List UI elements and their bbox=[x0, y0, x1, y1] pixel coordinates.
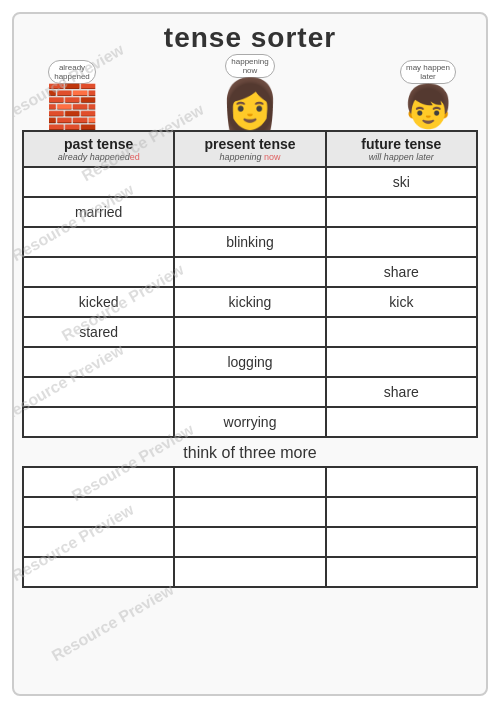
extra-cell-1-1 bbox=[174, 497, 325, 527]
cell-2-present: blinking bbox=[174, 227, 325, 257]
bottom-section: think of three more bbox=[22, 444, 478, 588]
extra-cell-2-0 bbox=[23, 527, 174, 557]
cell-7-past bbox=[23, 377, 174, 407]
cell-2-past bbox=[23, 227, 174, 257]
illustrations: already happened 🧱 happening now 👩 may h… bbox=[22, 58, 478, 128]
future-figure: 👦 bbox=[402, 86, 454, 128]
extra-cell-2-1 bbox=[174, 527, 325, 557]
page-title: tense sorter bbox=[22, 22, 478, 54]
future-bubble: may happen later bbox=[400, 60, 456, 84]
tense-table: past tense already happeneded present te… bbox=[22, 130, 478, 438]
extra-cell-0-0 bbox=[23, 467, 174, 497]
cell-7-present bbox=[174, 377, 325, 407]
cell-7-future: share bbox=[326, 377, 477, 407]
cell-6-future bbox=[326, 347, 477, 377]
col-header-past: past tense already happeneded bbox=[23, 131, 174, 167]
think-label: think of three more bbox=[22, 444, 478, 462]
cell-1-future bbox=[326, 197, 477, 227]
page-container: Resource Preview Resource Preview Resour… bbox=[12, 12, 488, 696]
cell-0-future: ski bbox=[326, 167, 477, 197]
cell-8-future bbox=[326, 407, 477, 437]
past-bubble: already happened bbox=[48, 60, 96, 84]
illus-present: happening now 👩 bbox=[220, 54, 280, 128]
extra-cell-3-0 bbox=[23, 557, 174, 587]
cell-2-future bbox=[326, 227, 477, 257]
cell-4-past: kicked bbox=[23, 287, 174, 317]
extra-cell-3-2 bbox=[326, 557, 477, 587]
cell-0-past bbox=[23, 167, 174, 197]
cell-8-present: worrying bbox=[174, 407, 325, 437]
cell-1-past: married bbox=[23, 197, 174, 227]
cell-1-present bbox=[174, 197, 325, 227]
cell-3-future: share bbox=[326, 257, 477, 287]
cell-4-present: kicking bbox=[174, 287, 325, 317]
extra-cell-0-1 bbox=[174, 467, 325, 497]
present-bubble: happening now bbox=[225, 54, 274, 78]
extra-cell-1-0 bbox=[23, 497, 174, 527]
cell-8-past bbox=[23, 407, 174, 437]
extra-cell-0-2 bbox=[326, 467, 477, 497]
cell-3-past bbox=[23, 257, 174, 287]
cell-5-past: stared bbox=[23, 317, 174, 347]
cell-6-past bbox=[23, 347, 174, 377]
col-header-future: future tense will happen later bbox=[326, 131, 477, 167]
illus-past: already happened 🧱 bbox=[32, 60, 112, 128]
extra-cell-2-2 bbox=[326, 527, 477, 557]
cell-4-future: kick bbox=[326, 287, 477, 317]
extra-cell-3-1 bbox=[174, 557, 325, 587]
extra-table bbox=[22, 466, 478, 588]
cell-3-present bbox=[174, 257, 325, 287]
present-figure: 👩 bbox=[220, 80, 280, 128]
watermark-8: Resource Preview bbox=[49, 581, 177, 666]
col-header-present: present tense happening now bbox=[174, 131, 325, 167]
illus-future: may happen later 👦 bbox=[388, 60, 468, 128]
extra-cell-1-2 bbox=[326, 497, 477, 527]
past-figure: 🧱 bbox=[46, 86, 98, 128]
cell-5-present bbox=[174, 317, 325, 347]
cell-0-present bbox=[174, 167, 325, 197]
cell-6-present: logging bbox=[174, 347, 325, 377]
cell-5-future bbox=[326, 317, 477, 347]
